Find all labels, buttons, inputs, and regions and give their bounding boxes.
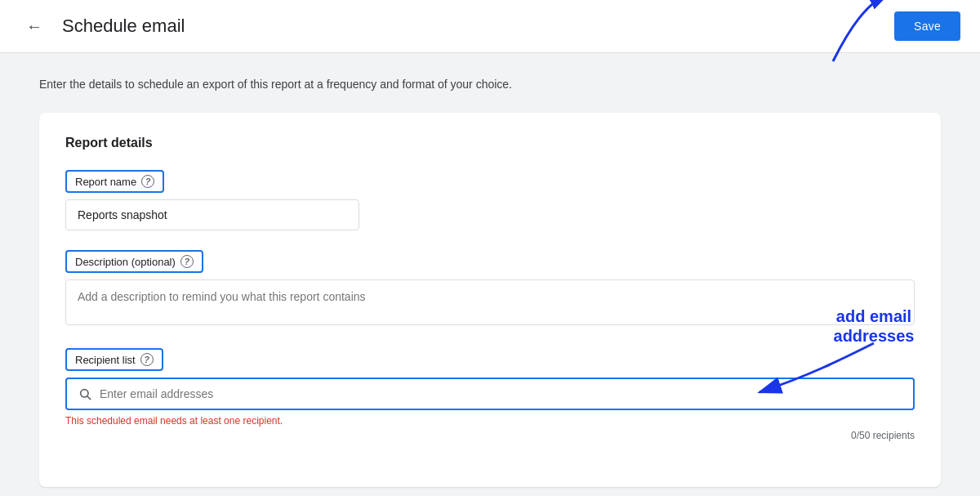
report-name-group: Report name ? <box>65 170 915 230</box>
save-button[interactable]: Save <box>894 11 960 41</box>
recipient-list-group: Recipient list ? This scheduled email ne… <box>65 348 915 441</box>
card-title: Report details <box>65 136 915 150</box>
recipient-help-icon[interactable]: ? <box>140 353 154 366</box>
recipient-email-input[interactable] <box>100 387 902 400</box>
description-label: Description (optional) <box>75 256 176 268</box>
description-group: Description (optional) ? <box>65 250 915 328</box>
subtitle-text: Enter the details to schedule an export … <box>39 76 941 93</box>
recipients-count: 0/50 recipients <box>65 430 915 441</box>
main-content: Enter the details to schedule an export … <box>0 53 980 496</box>
recipient-label-container: Recipient list ? <box>65 348 163 371</box>
header-left: ← Schedule email <box>20 14 185 39</box>
description-help-icon[interactable]: ? <box>180 255 194 268</box>
back-button[interactable]: ← <box>20 14 49 39</box>
recipient-label: Recipient list <box>75 354 136 366</box>
report-name-label: Report name <box>75 176 136 188</box>
recipient-input-wrapper[interactable] <box>65 378 915 410</box>
report-name-help-icon[interactable]: ? <box>141 175 154 188</box>
report-name-input[interactable] <box>65 199 359 230</box>
description-input[interactable] <box>65 279 915 325</box>
report-name-label-container: Report name ? <box>65 170 164 193</box>
recipient-error-text: This scheduled email needs at least one … <box>65 415 915 427</box>
search-icon <box>78 387 91 400</box>
page-header: ← Schedule email Save <box>0 0 980 53</box>
page-title: Schedule email <box>62 16 185 37</box>
report-details-card: Report details Report name ? Description… <box>39 113 941 487</box>
description-label-container: Description (optional) ? <box>65 250 203 273</box>
svg-line-1 <box>87 396 91 400</box>
